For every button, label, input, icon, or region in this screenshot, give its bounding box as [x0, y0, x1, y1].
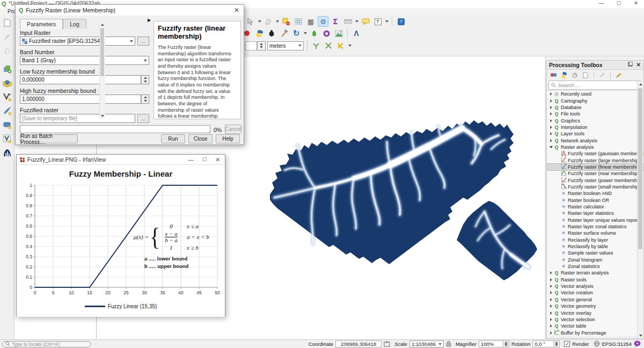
- vertex-tool-k-button[interactable]: [335, 40, 346, 51]
- collapsed-arrow-icon[interactable]: [548, 106, 553, 109]
- render-checkbox[interactable]: ✓: [564, 341, 570, 347]
- iv-maximize-button[interactable]: ▢: [202, 156, 207, 163]
- new-project-icon[interactable]: [2, 17, 12, 28]
- help-panel-collapse-arrow[interactable]: ▶: [148, 18, 151, 23]
- datasource-manager-icon[interactable]: [2, 63, 12, 74]
- refresh-dropdown-icon[interactable]: [304, 32, 307, 34]
- units-combo[interactable]: meters: [267, 41, 304, 50]
- lambda-expressions-button[interactable]: Λ: [351, 28, 362, 39]
- crs-value[interactable]: EPSG:31254: [602, 341, 632, 347]
- toolbox-filter-icon[interactable]: [598, 71, 606, 79]
- toolbox-tree-item[interactable]: QGraphics: [547, 117, 643, 124]
- vertex-tool-y-button[interactable]: [311, 40, 321, 51]
- collapsed-arrow-icon[interactable]: [548, 271, 553, 274]
- maximize-button[interactable]: ▢: [615, 0, 623, 6]
- georeferencer-button[interactable]: [333, 28, 344, 39]
- close-button[interactable]: ✕: [632, 0, 640, 6]
- toolbox-tree-item[interactable]: QRaster terrain analysis: [547, 270, 643, 276]
- toolbox-tree-item[interactable]: QDatabase: [547, 104, 643, 111]
- toolbox-tree-item[interactable]: Fuzzify raster (power membership): [547, 177, 643, 183]
- crs-globe-icon[interactable]: [594, 340, 600, 348]
- scroll-down-icon[interactable]: [638, 332, 643, 338]
- plugin-manager-button[interactable]: [321, 28, 332, 39]
- debug-button[interactable]: [266, 28, 277, 39]
- low-bound-spinner[interactable]: [141, 75, 149, 84]
- band-combo[interactable]: Band 1 (Gray): [20, 56, 149, 65]
- close-dialog-button[interactable]: Close: [188, 134, 213, 143]
- collapsed-arrow-icon[interactable]: [548, 324, 553, 328]
- toolbox-tree-item[interactable]: ✳Raster boolean OR: [547, 197, 643, 204]
- toolbox-tree-item[interactable]: ✳Raster layer zonal statistics: [547, 223, 643, 230]
- dialog-close-icon[interactable]: ✕: [234, 6, 239, 14]
- scale-combo[interactable]: 1:1030486: [409, 340, 444, 347]
- toolbox-results-icon[interactable]: [581, 71, 590, 79]
- help-scroll-down-icon[interactable]: [100, 113, 105, 119]
- output-raster-input[interactable]: [20, 114, 135, 123]
- toolbox-search[interactable]: [548, 81, 642, 90]
- toolbox-tree-item[interactable]: QVector table: [547, 323, 643, 329]
- locator-input[interactable]: [12, 342, 82, 347]
- toolbox-tree-item[interactable]: ✳Raster surface volume: [547, 230, 643, 236]
- help-scroll-thumb[interactable]: [100, 28, 104, 76]
- toolbox-tree-item[interactable]: QNetwork analysis: [547, 137, 643, 143]
- toolbox-tree-item[interactable]: QCartography: [547, 97, 643, 104]
- scale-lock-icon[interactable]: [446, 340, 451, 348]
- coordinate-input[interactable]: 208989,306418: [335, 340, 382, 347]
- toolbox-history-icon[interactable]: ◷: [570, 71, 579, 79]
- collapsed-arrow-icon[interactable]: [548, 305, 553, 308]
- toolbox-tree-item[interactable]: QRaster analysis: [547, 144, 643, 150]
- rotation-input[interactable]: 0,0 °: [532, 340, 554, 347]
- input-raster-combo[interactable]: Fuzzified raster [EPSG:31254]: [20, 37, 135, 46]
- dialog-titlebar[interactable]: Q Fuzzify Raster (Linear Membership) ✕: [16, 5, 244, 16]
- collapsed-arrow-icon[interactable]: [548, 139, 553, 142]
- refresh-plugins-button[interactable]: ↻: [291, 28, 302, 39]
- help-scroll-up-icon[interactable]: [100, 21, 105, 27]
- statistics-panel-icon[interactable]: [2, 147, 12, 158]
- high-bound-input[interactable]: 1,000000: [20, 95, 141, 104]
- collapsed-arrow-icon[interactable]: [548, 278, 553, 281]
- select-dropdown-icon[interactable]: [258, 20, 261, 23]
- toolbox-tree-item[interactable]: QVector overlay: [547, 309, 643, 316]
- collapsed-arrow-icon[interactable]: [548, 119, 553, 122]
- low-bound-input[interactable]: 0,000000: [20, 75, 141, 84]
- map-tips-button[interactable]: [360, 16, 371, 27]
- toolbox-close-icon[interactable]: ✕: [636, 62, 641, 68]
- toolbox-tree-item[interactable]: QVector general: [547, 296, 643, 303]
- toolbox-tree-item[interactable]: Fuzzify raster (near membership): [547, 170, 643, 177]
- batch-process-button[interactable]: Run as Batch Process…: [20, 134, 78, 143]
- toolbox-tree-item[interactable]: QRaster tools: [547, 277, 643, 283]
- collapsed-arrow-icon[interactable]: [548, 92, 553, 96]
- collapsed-arrow-icon[interactable]: [548, 126, 553, 129]
- collapsed-arrow-icon[interactable]: [548, 285, 553, 288]
- tab-log[interactable]: Log: [63, 19, 86, 29]
- toolbox-tree-item[interactable]: QInterpolation: [547, 124, 643, 130]
- output-raster-text[interactable]: [20, 115, 135, 121]
- toolbox-tree-item[interactable]: QVector geometry: [547, 303, 643, 309]
- toolbox-tree-item[interactable]: ✳Zonal histogram: [547, 257, 643, 263]
- collapsed-arrow-icon[interactable]: [548, 112, 553, 115]
- minimize-button[interactable]: —: [598, 0, 605, 6]
- add-delimited-text-icon[interactable]: [2, 105, 12, 116]
- collapsed-arrow-icon[interactable]: [548, 311, 553, 315]
- processing-toolbox-button[interactable]: ⚙: [318, 16, 328, 27]
- collapsed-arrow-icon[interactable]: [548, 132, 553, 135]
- iv-minimize-button[interactable]: —: [188, 156, 194, 163]
- toolbox-wand-icon[interactable]: [614, 71, 623, 79]
- statistics-button[interactable]: Σ: [330, 16, 341, 27]
- output-browse-button[interactable]: …: [137, 114, 149, 123]
- measure-button[interactable]: [342, 16, 353, 27]
- toolbox-tree-item[interactable]: Fuzzify raster (gaussian membership): [547, 150, 643, 157]
- irfanview-titlebar[interactable]: Fuzzify_Linear.PNG - IrfanView — ▢ ✕: [17, 155, 225, 165]
- toolbox-tree-item[interactable]: Fuzzify raster (large membership): [547, 157, 643, 163]
- tab-parameters[interactable]: Parameters: [20, 19, 63, 29]
- run-button[interactable]: Run: [161, 134, 185, 143]
- select-by-form-button[interactable]: [263, 16, 274, 27]
- scroll-up-icon[interactable]: [638, 81, 643, 87]
- collapsed-arrow-icon[interactable]: [548, 318, 553, 321]
- deselect-features-button[interactable]: [281, 16, 291, 27]
- help-dialog-button[interactable]: Help: [216, 134, 240, 143]
- toolbox-tree-item[interactable]: ✳Raster layer statistics: [547, 210, 643, 216]
- select-form-dropdown-icon[interactable]: [276, 20, 279, 23]
- add-raster-layer-icon[interactable]: [2, 77, 12, 88]
- toolbox-search-input[interactable]: [558, 82, 628, 88]
